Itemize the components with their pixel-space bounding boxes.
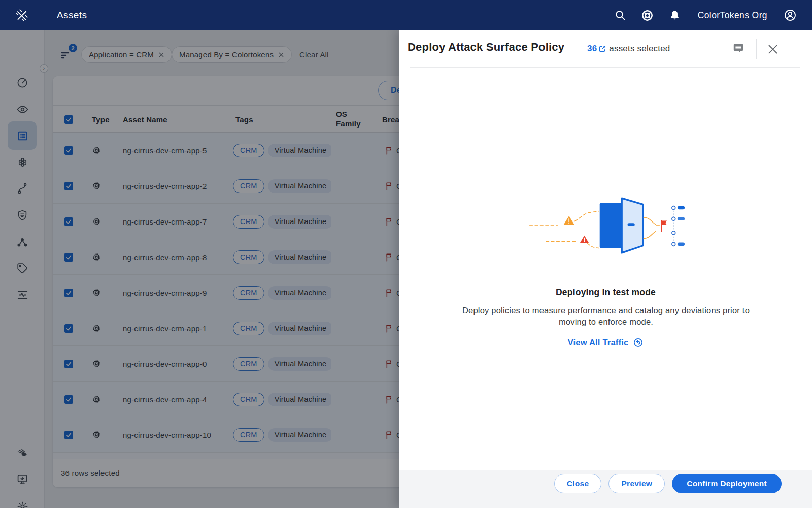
assets-count-link[interactable]: 36: [587, 44, 606, 54]
assets-selected: 36 assets selected: [587, 44, 670, 54]
topbar: Assets ColorTokens Org: [0, 0, 812, 30]
mode-description: Deploy policies to measure performance a…: [454, 305, 758, 328]
panel-close-icon[interactable]: [768, 44, 778, 54]
colortokens-logo-icon: [14, 8, 29, 23]
view-all-traffic-label: View All Traffic: [568, 338, 629, 347]
comment-icon[interactable]: [732, 43, 745, 55]
screen: Assets ColorTokens Org: [0, 0, 812, 508]
close-button[interactable]: Close: [554, 474, 602, 493]
deploy-illustration: [399, 196, 812, 256]
panel-header-rule: [410, 67, 800, 68]
page-title: Assets: [57, 0, 87, 30]
external-link-icon: [599, 45, 606, 52]
confirm-deployment-button[interactable]: Confirm Deployment: [672, 474, 782, 493]
panel-title: Deploy Attack Surface Policy: [408, 41, 564, 54]
modal-dim-overlay[interactable]: [0, 30, 399, 508]
assets-selected-label: assets selected: [609, 44, 670, 54]
mode-title: Deploying in test mode: [399, 287, 812, 298]
panel-footer: Close Preview Confirm Deployment: [399, 470, 812, 508]
header-divider: [756, 39, 757, 59]
topbar-divider: [44, 9, 44, 22]
view-all-traffic-link[interactable]: View All Traffic: [399, 337, 812, 348]
notifications-bell-icon[interactable]: [668, 9, 682, 22]
panel-header: Deploy Attack Surface Policy 36 assets s…: [399, 30, 812, 68]
preview-button[interactable]: Preview: [608, 474, 665, 493]
search-icon[interactable]: [614, 9, 627, 22]
deploy-policy-panel: Deploy Attack Surface Policy 36 assets s…: [399, 30, 812, 508]
org-name[interactable]: ColorTokens Org: [698, 10, 767, 21]
return-arrow-icon: [633, 337, 644, 348]
topbar-actions: ColorTokens Org: [614, 0, 812, 30]
account-icon[interactable]: [784, 9, 797, 22]
help-lifering-icon[interactable]: [641, 9, 654, 22]
